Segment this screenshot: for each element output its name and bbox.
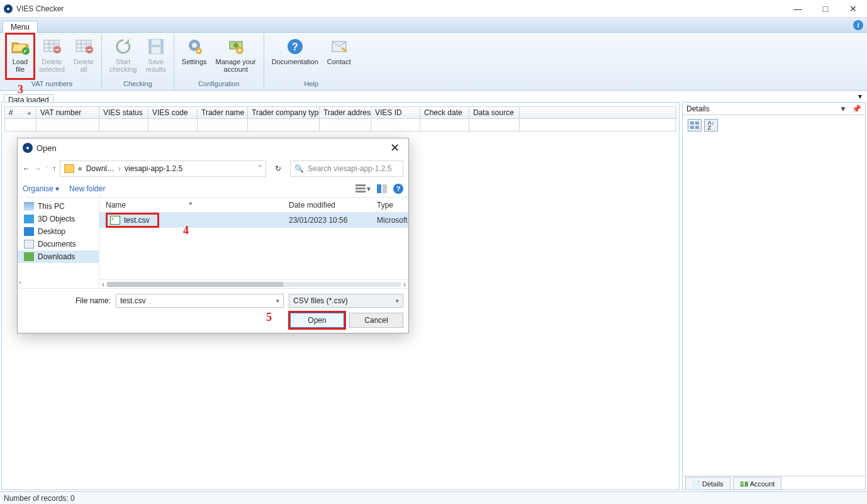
pin-icon[interactable]: 📌 xyxy=(852,104,861,113)
refresh-button[interactable]: ↻ xyxy=(270,160,286,177)
table-delete-icon xyxy=(42,36,62,57)
search-input[interactable]: 🔍 Search viesapi-app-1.2.5 xyxy=(290,160,403,177)
ribbon-caption-vat: VAT numbers xyxy=(31,79,72,90)
maximize-button[interactable]: □ xyxy=(812,0,839,18)
col-trader-name[interactable]: Trader name xyxy=(198,107,248,118)
file-type-filter[interactable]: CSV files (*.csv)▾ xyxy=(289,294,403,308)
delete-selected-button[interactable]: Deleteselected xyxy=(35,34,69,79)
tab-details[interactable]: 📄Details xyxy=(685,477,730,490)
navtree-documents[interactable]: Documents xyxy=(18,238,99,250)
svg-rect-16 xyxy=(152,40,160,45)
folder-open-icon xyxy=(10,36,30,57)
svg-point-19 xyxy=(192,43,197,48)
app-icon: ● xyxy=(4,4,13,13)
tab-account[interactable]: 💵Account xyxy=(733,477,782,490)
new-folder-button[interactable]: New folder xyxy=(69,184,105,193)
minimize-button[interactable]: — xyxy=(784,0,812,18)
ribbon-group-vat-numbers: Loadfile Deleteselected Deleteall VAT nu… xyxy=(3,34,102,90)
col-num[interactable]: #▲ xyxy=(5,107,36,118)
col-check-date[interactable]: Check date xyxy=(420,107,469,118)
manage-account-button[interactable]: Manage youraccount xyxy=(212,34,260,79)
documents-icon xyxy=(24,240,34,249)
svg-rect-37 xyxy=(383,184,387,193)
dialog-title: Open xyxy=(36,143,386,153)
navtree-3d-objects[interactable]: 3D Objects xyxy=(18,213,99,225)
table-clear-icon xyxy=(74,36,94,57)
window-titlebar: ● VIES Checker — □ ✕ xyxy=(0,0,867,18)
chevron-right-icon: › xyxy=(118,164,121,173)
desktop-icon xyxy=(24,227,34,236)
col-vies-id[interactable]: VIES ID xyxy=(371,107,420,118)
open-file-dialog: ● Open ✕ ← → ˅ ↑ « Downl… › viesapi-app-… xyxy=(17,138,409,333)
view-mode-button[interactable]: ▾ xyxy=(355,184,371,193)
col-vies-code[interactable]: VIES code xyxy=(148,107,198,118)
filecol-type[interactable]: Type xyxy=(371,201,408,210)
settings-button[interactable]: Settings xyxy=(178,34,211,79)
menu-tab[interactable]: Menu xyxy=(3,21,38,33)
svg-rect-34 xyxy=(355,188,366,189)
nav-recent-dropdown[interactable]: ˅ xyxy=(45,165,48,172)
save-results-button[interactable]: Saveresults xyxy=(142,34,169,79)
envelope-icon xyxy=(329,36,349,57)
dropdown-icon[interactable]: ▼ xyxy=(839,104,847,113)
gear-icon xyxy=(184,36,204,57)
svg-rect-36 xyxy=(377,184,381,193)
breadcrumb[interactable]: « Downl… › viesapi-app-1.2.5 ˅ xyxy=(60,160,266,177)
start-checking-button[interactable]: Startchecking xyxy=(106,34,140,79)
col-trader-address[interactable]: Trader address xyxy=(320,107,371,118)
documentation-button[interactable]: ? Documentation xyxy=(268,34,322,79)
ribbon-group-configuration: Settings Manage youraccount Configuratio… xyxy=(174,34,264,90)
nav-forward-button[interactable]: → xyxy=(34,164,42,173)
horizontal-scrollbar[interactable]: ‹› xyxy=(99,279,408,288)
contact-button[interactable]: Contact xyxy=(323,34,355,79)
breadcrumb-current[interactable]: viesapi-app-1.2.5 xyxy=(125,164,182,173)
organise-dropdown[interactable]: Organise ▾ xyxy=(23,184,59,193)
svg-rect-33 xyxy=(355,184,366,186)
svg-rect-35 xyxy=(355,191,366,193)
save-icon xyxy=(146,36,166,57)
help-icon[interactable]: ? xyxy=(393,184,403,194)
svg-rect-30 xyxy=(695,121,699,125)
filename-input[interactable]: test.csv▾ xyxy=(116,294,284,308)
breadcrumb-dropdown[interactable]: ˅ xyxy=(258,164,262,173)
nav-back-button[interactable]: ← xyxy=(23,164,30,173)
details-tab-icon: 📄 xyxy=(692,480,700,488)
preview-pane-button[interactable] xyxy=(377,184,387,193)
help-icon: ? xyxy=(285,36,305,57)
open-button[interactable]: Open xyxy=(290,313,344,328)
close-button[interactable]: ✕ xyxy=(839,0,867,18)
svg-point-23 xyxy=(233,43,238,48)
ribbon-group-help: ? Documentation Contact Help xyxy=(264,34,359,90)
nav-up-button[interactable]: ↑ xyxy=(52,164,56,173)
col-vies-status[interactable]: VIES status xyxy=(99,107,148,118)
col-vat-number[interactable]: VAT number xyxy=(36,107,99,118)
collapse-icon[interactable]: ▾ xyxy=(858,92,862,101)
sort-az-button[interactable]: A↓Z xyxy=(704,119,718,132)
svg-rect-29 xyxy=(690,121,694,125)
categorize-button[interactable] xyxy=(688,119,702,132)
breadcrumb-downloads[interactable]: Downl… xyxy=(86,164,115,173)
svg-rect-31 xyxy=(690,126,694,129)
folder-icon xyxy=(64,164,74,173)
tree-expand-icon[interactable]: › xyxy=(19,279,21,286)
filecol-name[interactable]: ▲Name xyxy=(99,201,282,210)
pc-icon xyxy=(24,202,34,211)
col-spacer xyxy=(520,107,676,118)
cancel-button[interactable]: Cancel xyxy=(349,313,403,328)
dialog-close-button[interactable]: ✕ xyxy=(386,141,403,155)
file-row-selected[interactable]: test.csv 23/01/2023 10:56 Microsoft xyxy=(99,213,408,228)
filecol-date-modified[interactable]: Date modified xyxy=(282,201,371,210)
ribbon-group-checking: Startchecking Saveresults Checking xyxy=(102,34,174,90)
navtree-downloads[interactable]: Downloads xyxy=(18,250,99,263)
navtree-desktop[interactable]: Desktop xyxy=(18,225,99,238)
file-type: Microsoft xyxy=(371,216,408,225)
breadcrumb-root[interactable]: « xyxy=(78,164,82,173)
info-icon[interactable]: i xyxy=(853,20,863,30)
file-name: test.csv xyxy=(124,216,150,225)
load-file-button[interactable]: Loadfile xyxy=(6,34,34,79)
col-trader-company-type[interactable]: Trader company type xyxy=(248,107,320,118)
col-data-source[interactable]: Data source xyxy=(469,107,520,118)
navtree-this-pc[interactable]: This PC xyxy=(18,200,99,213)
nav-tree: This PC 3D Objects Desktop Documents Dow… xyxy=(18,198,99,288)
delete-all-button[interactable]: Deleteall xyxy=(70,34,98,79)
